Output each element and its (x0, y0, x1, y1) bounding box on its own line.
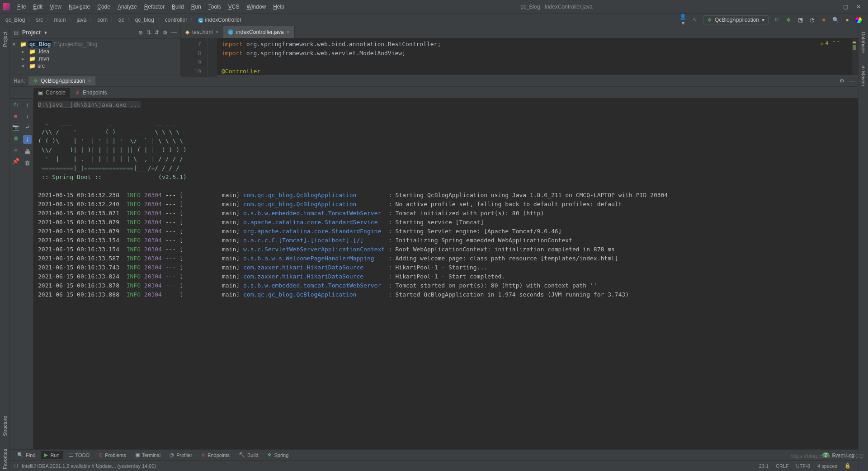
tab-spring[interactable]: ❖Spring (264, 451, 292, 459)
tab-profiler[interactable]: ◔Profiler (166, 451, 196, 459)
run-label: Run: (14, 78, 25, 84)
sidebar-tab-database[interactable]: Database (860, 30, 867, 55)
maximize-icon[interactable]: ▢ (843, 4, 848, 10)
caret-position[interactable]: 23:1 (755, 463, 772, 469)
profiler-icon: ◔ (170, 452, 174, 458)
inspection-badge[interactable]: ⚠ 4 ˄ ˅ (821, 40, 840, 46)
soft-wrap-icon[interactable]: ⤶ (25, 124, 30, 131)
console-tab[interactable]: ▣ Console (33, 88, 70, 98)
close-icon[interactable]: × (287, 29, 290, 35)
bug-icon[interactable]: ✱ (14, 135, 19, 142)
rerun-icon[interactable]: ↻ (14, 101, 19, 108)
sidebar-tab-project[interactable]: Project (1, 30, 9, 49)
stop-icon[interactable]: ■ (820, 17, 827, 23)
tab-endpoints[interactable]: ⋔Endpoints (198, 451, 233, 459)
run-config-selector[interactable]: ❖ QcBlogApplication ▾ (703, 15, 769, 24)
close-icon[interactable]: × (88, 78, 91, 84)
breadcrumb-item[interactable]: controller (163, 16, 189, 24)
tab-build[interactable]: 🔨Build (235, 451, 262, 459)
error-stripe[interactable] (852, 39, 858, 75)
tab-run[interactable]: ▶Run (41, 451, 63, 459)
expand-icon[interactable]: ⇅ (146, 29, 151, 36)
minimize-icon[interactable]: — (830, 4, 835, 10)
search-icon[interactable]: 🔍 (832, 17, 839, 23)
main-area: Project Structure Favorites ▤ Project ▾ … (0, 26, 868, 471)
hide-icon[interactable]: — (171, 29, 177, 36)
trash-icon[interactable]: 🗑 (24, 160, 30, 166)
menu-build[interactable]: Build (168, 2, 188, 12)
menu-navigate[interactable]: Navigate (65, 2, 94, 12)
menu-tools[interactable]: Tools (205, 2, 225, 12)
menu-analyze[interactable]: Analyze (114, 2, 141, 12)
editor-tab[interactable]: ◆test.html× (181, 26, 223, 38)
tab-find[interactable]: 🔍Find (14, 451, 39, 459)
close-icon[interactable]: ✕ (856, 4, 861, 10)
menu-help[interactable]: Help (269, 2, 288, 12)
breadcrumb-item[interactable]: qc (117, 16, 126, 24)
menu-run[interactable]: Run (188, 2, 205, 12)
target-icon[interactable]: ⊕ (138, 29, 143, 36)
breadcrumb-item[interactable]: com (95, 16, 109, 24)
endpoints-tab[interactable]: ⋔ Endpoints (71, 88, 111, 98)
editor-content[interactable]: 78910 import org.springframework.web.bin… (181, 38, 858, 77)
gear-icon[interactable]: ⚙ (840, 78, 844, 84)
console-icon: ▣ (38, 89, 43, 96)
menu-file[interactable]: File (14, 2, 29, 12)
sidebar-tab-structure[interactable]: Structure (1, 414, 9, 438)
tab-problems[interactable]: ⊘Problems (95, 451, 129, 459)
scroll-to-end-icon[interactable]: ⤓ (23, 135, 32, 144)
code-with-me-icon[interactable] (855, 17, 862, 23)
user-icon[interactable]: 👤▾ (679, 14, 687, 26)
project-tree[interactable]: ▾📁 qc_Blog F:\project\qc_Blog ▸📁.idea ▸📁… (10, 39, 180, 71)
collapse-icon[interactable]: ⇵ (155, 29, 159, 36)
camera-icon[interactable]: 📷 (12, 124, 19, 131)
editor-tab[interactable]: CindexController.java× (223, 26, 294, 38)
gutter-marks (208, 38, 217, 77)
ide-status-icon[interactable]: ● (844, 17, 851, 23)
chevron-down-icon[interactable]: ▾ (44, 29, 47, 36)
up-arrow-icon[interactable]: ↑ (26, 101, 29, 108)
breadcrumb-item[interactable]: src (34, 16, 45, 24)
coverage-icon[interactable]: ⬔ (797, 17, 804, 23)
encoding[interactable]: UTF-8 (793, 463, 814, 469)
breadcrumb-item[interactable]: main (52, 16, 67, 24)
stop-icon[interactable]: ■ (14, 113, 18, 119)
menu-refactor[interactable]: Refactor (141, 2, 168, 12)
print-icon[interactable]: 🖶 (24, 148, 30, 155)
titlebar: FileEditViewNavigateCodeAnalyzeRefactorB… (0, 0, 868, 14)
line-ending[interactable]: CRLF (772, 463, 793, 469)
back-arrow-icon[interactable]: ↖ (691, 17, 698, 23)
breadcrumb-item[interactable]: java (75, 16, 88, 24)
console-output[interactable]: D:\java__jdk\bin\java.exe ... . ____ _ _… (33, 99, 858, 449)
indent[interactable]: 4 spaces (814, 463, 841, 469)
chevron-down-icon[interactable]: ˅ (837, 40, 840, 46)
tab-terminal[interactable]: ▣Terminal (132, 451, 165, 459)
chevron-up-icon[interactable]: ˄ (833, 40, 835, 46)
spring-leaf-icon: ❖ (707, 17, 712, 23)
tab-todo[interactable]: ☰TODO (65, 451, 94, 459)
status-hint-icon[interactable]: ☐ (14, 463, 18, 469)
menu-window[interactable]: Window (243, 2, 269, 12)
pin-icon[interactable]: 📌 (12, 158, 19, 165)
close-icon[interactable]: × (215, 29, 218, 35)
gear-icon[interactable]: ⚙ (163, 29, 168, 36)
sidebar-tab-favorites[interactable]: Favorites (1, 447, 9, 471)
menu-code[interactable]: Code (94, 2, 114, 12)
breadcrumb-item[interactable]: qc_blog (133, 16, 156, 24)
profile-icon[interactable]: ◔ (808, 17, 816, 23)
lock-icon[interactable]: 🔒 (841, 463, 854, 469)
debug-icon[interactable]: ✱ (785, 17, 792, 23)
editor-panel: ◆test.html×CindexController.java× 78910 … (181, 26, 858, 75)
run-tab[interactable]: ❖ QcBlogApplication × (28, 76, 95, 85)
project-title: Project (22, 29, 41, 36)
breadcrumb-item[interactable]: qc_Blog (4, 16, 27, 24)
menu-edit[interactable]: Edit (29, 2, 46, 12)
run-icon[interactable]: ↻ (773, 17, 780, 23)
code-area[interactable]: import org.springframework.web.bind.anno… (217, 38, 445, 77)
breadcrumb-item[interactable]: C indexController (196, 16, 243, 24)
menu-vcs[interactable]: VCS (225, 2, 243, 12)
menu-view[interactable]: View (46, 2, 65, 12)
down-arrow-icon[interactable]: ↓ (26, 113, 29, 119)
sidebar-tab-maven[interactable]: m Maven (860, 64, 867, 88)
hide-icon[interactable]: — (849, 78, 854, 84)
